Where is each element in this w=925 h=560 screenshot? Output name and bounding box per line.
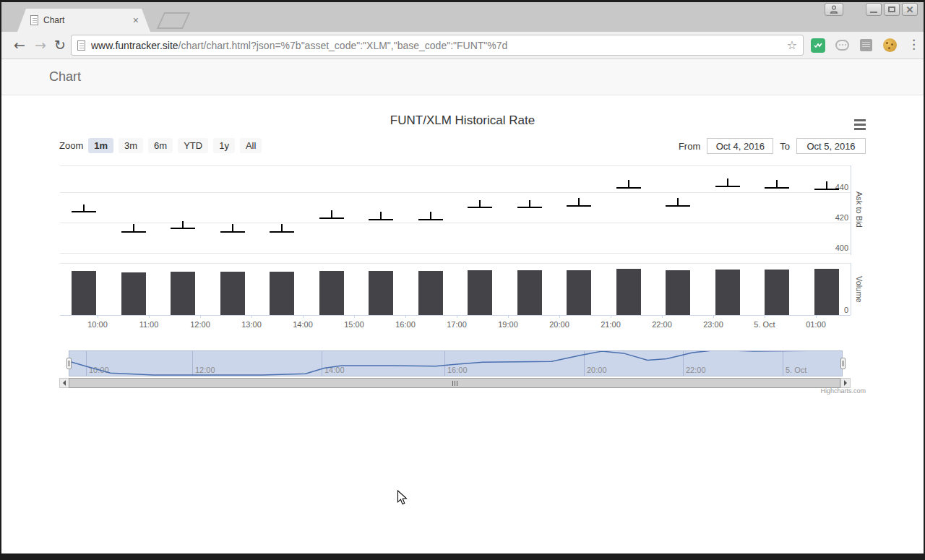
scrollbar-thumb[interactable] <box>69 378 840 388</box>
scrollbar-grip <box>452 381 453 386</box>
zoom-button-all[interactable]: All <box>240 138 262 153</box>
volume-bar <box>418 271 443 315</box>
url-host: www.funtracker.site <box>91 40 178 51</box>
x-axis-tick <box>303 315 304 318</box>
x-axis-tick <box>354 315 355 318</box>
ohlc-high-tick <box>628 180 629 188</box>
maximize-icon <box>888 7 895 12</box>
browser-tab[interactable]: Chart × <box>17 9 150 32</box>
ohlc-high-tick <box>479 200 481 208</box>
volume-bar <box>814 269 839 315</box>
x-axis-tick <box>508 315 509 318</box>
ohlc-high-tick <box>826 181 827 189</box>
url-text[interactable]: www.funtracker.site/chart/chart.html?jso… <box>91 40 787 51</box>
volume-bar <box>319 271 344 315</box>
volume-axis-title: Volume <box>855 263 864 315</box>
extension-chat-icon[interactable] <box>835 38 850 53</box>
close-button[interactable]: ✕ <box>902 3 918 16</box>
x-axis-tick-label: 19:00 <box>498 320 518 329</box>
browser-menu-button[interactable]: ⋮ <box>908 37 920 51</box>
gray-document-icon <box>860 39 872 51</box>
ohlc-high-tick <box>83 204 85 212</box>
tab-strip: Chart × ✕ <box>1 2 924 32</box>
reload-button[interactable]: ↻ <box>51 35 69 54</box>
navigator-left-handle[interactable] <box>66 358 72 369</box>
zoom-button-ytd[interactable]: YTD <box>178 138 208 153</box>
scrollbar-right-arrow[interactable] <box>840 378 851 388</box>
from-label: From <box>679 141 700 152</box>
window-controls: ✕ <box>825 3 918 16</box>
tab-close-icon[interactable]: × <box>133 15 139 25</box>
x-axis-tick-label: 13:00 <box>241 320 262 329</box>
hamburger-icon <box>854 119 866 121</box>
back-button[interactable]: ← <box>10 35 29 54</box>
scrollbar-grip <box>455 381 455 386</box>
volume-bar <box>220 272 245 315</box>
address-bar[interactable]: www.funtracker.site/chart/chart.html?jso… <box>71 35 804 56</box>
volume-bar <box>369 271 393 315</box>
user-icon <box>830 5 838 14</box>
scrollbar-left-arrow[interactable] <box>59 378 69 388</box>
highcharts-container: FUNT/XLM Historical Rate Zoom 1m3m6mYTD1… <box>1 95 924 413</box>
ohlc-high-tick <box>331 210 332 218</box>
x-axis-tick <box>713 315 714 318</box>
maximize-button[interactable] <box>884 3 900 16</box>
page-title: Chart <box>49 69 81 85</box>
left-triangle-icon <box>60 380 66 386</box>
ohlc-high-tick <box>133 224 134 232</box>
speech-bubble-icon <box>835 40 849 51</box>
to-label: To <box>780 141 790 152</box>
x-axis-tick-label: 01:00 <box>806 320 826 329</box>
x-axis-tick-label: 14:00 <box>293 320 313 329</box>
ohlc-high-tick <box>281 224 283 232</box>
x-axis-tick-label: 17:00 <box>447 320 467 329</box>
x-axis-tick-label: 23:00 <box>703 320 723 329</box>
price-axis-line <box>851 165 851 255</box>
ohlc-high-tick <box>380 212 382 220</box>
to-date-input[interactable] <box>796 138 866 154</box>
volume-bar <box>666 270 690 315</box>
ohlc-high-tick <box>727 178 728 186</box>
volume-bar <box>715 270 740 315</box>
volume-bar <box>270 272 294 315</box>
chart-context-menu-button[interactable] <box>854 119 866 132</box>
navigator[interactable]: 10:0012:0014:0016:0020:0022:005. Oct <box>69 350 843 376</box>
volume-bar <box>517 270 542 315</box>
zoom-button-6m[interactable]: 6m <box>148 138 173 153</box>
price-gridline <box>60 253 851 254</box>
price-gridline <box>60 223 851 223</box>
extension-wallet-icon[interactable] <box>811 38 825 53</box>
x-axis-tick <box>405 315 406 318</box>
close-icon: ✕ <box>906 4 914 15</box>
check-wave-icon <box>814 43 822 48</box>
bookmark-star-icon[interactable]: ☆ <box>787 38 797 52</box>
x-axis-tick-label: 22:00 <box>652 320 672 329</box>
new-tab-button[interactable] <box>157 12 190 29</box>
zoom-button-3m[interactable]: 3m <box>119 138 143 153</box>
browser-window: Chart × ✕ ← → ↻ www.funtracker.site/char… <box>1 2 924 553</box>
forward-button[interactable]: → <box>31 35 50 54</box>
ohlc-high-tick <box>776 180 778 188</box>
zoom-controls: Zoom 1m3m6mYTD1yAll <box>59 138 262 153</box>
price-pane-top-gridline <box>60 165 851 166</box>
right-triangle-icon <box>844 380 850 386</box>
x-axis-tick <box>200 315 201 318</box>
price-axis-label: 420 <box>805 213 848 222</box>
zoom-button-1m[interactable]: 1m <box>88 138 113 153</box>
volume-bar <box>468 270 492 315</box>
zoom-button-1y[interactable]: 1y <box>213 138 235 153</box>
x-axis-tick <box>98 315 98 318</box>
from-date-input[interactable] <box>707 138 773 154</box>
extension-cookie-icon[interactable] <box>883 38 898 53</box>
highcharts-credits[interactable]: Highcharts.com <box>820 387 866 395</box>
minimize-button[interactable] <box>866 3 882 16</box>
x-axis-tick-label: 10:00 <box>87 320 108 329</box>
price-axis-title: Ask to Bid <box>855 165 864 253</box>
extension-notes-icon[interactable] <box>860 38 874 53</box>
volume-bar <box>616 269 641 315</box>
tab-title: Chart <box>43 15 133 25</box>
profile-button[interactable] <box>825 3 843 16</box>
x-axis-tick <box>816 315 817 318</box>
x-axis-tick <box>765 315 765 318</box>
navigator-right-handle[interactable] <box>840 358 846 369</box>
